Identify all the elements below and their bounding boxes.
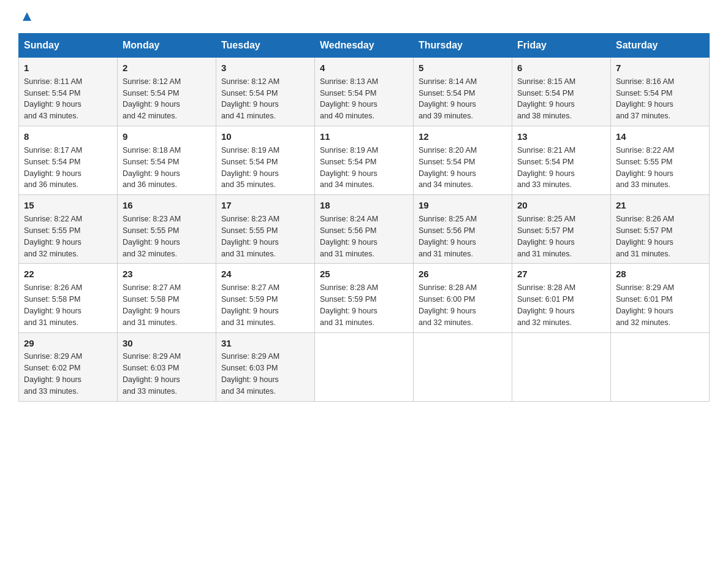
day-daylight-minutes: and 33 minutes. <box>517 180 572 189</box>
day-sunrise: Sunrise: 8:26 AM <box>616 215 674 223</box>
day-number: 19 <box>419 199 507 212</box>
calendar-cell: 6 Sunrise: 8:15 AM Sunset: 5:54 PM Dayli… <box>512 58 611 126</box>
day-sunset: Sunset: 5:54 PM <box>24 158 80 166</box>
day-sunset: Sunset: 5:54 PM <box>320 158 376 166</box>
calendar-cell <box>315 332 414 401</box>
day-sunrise: Sunrise: 8:28 AM <box>419 283 477 292</box>
day-daylight: Daylight: 9 hours <box>517 100 575 109</box>
calendar-cell: 29 Sunrise: 8:29 AM Sunset: 6:02 PM Dayl… <box>19 332 118 401</box>
day-sunrise: Sunrise: 8:17 AM <box>24 146 82 155</box>
calendar-cell: 8 Sunrise: 8:17 AM Sunset: 5:54 PM Dayli… <box>19 126 118 195</box>
day-sunrise: Sunrise: 8:27 AM <box>221 283 279 292</box>
day-daylight: Daylight: 9 hours <box>419 169 476 178</box>
day-daylight-minutes: and 31 minutes. <box>320 250 374 258</box>
day-daylight: Daylight: 9 hours <box>616 169 673 178</box>
day-sunset: Sunset: 5:54 PM <box>24 89 80 98</box>
day-sunrise: Sunrise: 8:12 AM <box>221 77 279 86</box>
day-daylight-minutes: and 32 minutes. <box>616 318 670 327</box>
header-saturday: Saturday <box>611 34 710 58</box>
calendar-cell: 31 Sunrise: 8:29 AM Sunset: 6:03 PM Dayl… <box>216 332 315 401</box>
day-sunrise: Sunrise: 8:19 AM <box>320 146 378 155</box>
calendar-cell: 1 Sunrise: 8:11 AM Sunset: 5:54 PM Dayli… <box>19 58 118 126</box>
day-daylight: Daylight: 9 hours <box>517 307 575 315</box>
day-daylight-minutes: and 36 minutes. <box>24 180 78 189</box>
day-sunset: Sunset: 5:54 PM <box>517 158 574 166</box>
calendar-cell: 7 Sunrise: 8:16 AM Sunset: 5:54 PM Dayli… <box>611 58 710 126</box>
day-sunset: Sunset: 5:54 PM <box>221 158 278 166</box>
day-sunset: Sunset: 5:54 PM <box>616 89 672 98</box>
day-daylight: Daylight: 9 hours <box>221 238 279 247</box>
calendar-cell: 5 Sunrise: 8:14 AM Sunset: 5:54 PM Dayli… <box>414 58 512 126</box>
day-number: 3 <box>221 61 309 75</box>
calendar-cell: 12 Sunrise: 8:20 AM Sunset: 5:54 PM Dayl… <box>414 126 512 195</box>
calendar-week-row: 15 Sunrise: 8:22 AM Sunset: 5:55 PM Dayl… <box>19 195 710 264</box>
day-number: 21 <box>616 199 704 212</box>
calendar-cell: 11 Sunrise: 8:19 AM Sunset: 5:54 PM Dayl… <box>315 126 414 195</box>
day-sunset: Sunset: 5:54 PM <box>419 158 475 166</box>
day-sunrise: Sunrise: 8:23 AM <box>123 215 181 223</box>
day-daylight: Daylight: 9 hours <box>320 238 377 247</box>
day-daylight-minutes: and 31 minutes. <box>221 318 276 327</box>
day-number: 28 <box>616 267 704 281</box>
calendar-cell: 18 Sunrise: 8:24 AM Sunset: 5:56 PM Dayl… <box>315 195 414 264</box>
day-daylight-minutes: and 31 minutes. <box>24 318 78 327</box>
calendar-cell <box>611 332 710 401</box>
day-daylight: Daylight: 9 hours <box>616 100 673 109</box>
day-daylight-minutes: and 31 minutes. <box>221 250 276 258</box>
calendar-cell: 17 Sunrise: 8:23 AM Sunset: 5:55 PM Dayl… <box>216 195 315 264</box>
calendar-cell: 2 Sunrise: 8:12 AM Sunset: 5:54 PM Dayli… <box>118 58 216 126</box>
calendar-cell: 3 Sunrise: 8:12 AM Sunset: 5:54 PM Dayli… <box>216 58 315 126</box>
day-sunset: Sunset: 5:54 PM <box>419 89 475 98</box>
day-sunset: Sunset: 5:58 PM <box>24 295 80 304</box>
day-daylight: Daylight: 9 hours <box>221 100 279 109</box>
day-sunrise: Sunrise: 8:28 AM <box>517 283 575 292</box>
day-sunset: Sunset: 5:54 PM <box>123 89 179 98</box>
day-number: 20 <box>517 199 605 212</box>
day-number: 13 <box>517 130 605 144</box>
day-number: 27 <box>517 267 605 281</box>
day-number: 23 <box>123 267 211 281</box>
header-tuesday: Tuesday <box>216 34 315 58</box>
logo-triangle-icon <box>20 10 34 23</box>
calendar-cell: 19 Sunrise: 8:25 AM Sunset: 5:56 PM Dayl… <box>414 195 512 264</box>
day-sunrise: Sunrise: 8:29 AM <box>221 352 279 361</box>
day-sunset: Sunset: 6:00 PM <box>419 295 475 304</box>
day-sunrise: Sunrise: 8:24 AM <box>320 215 378 223</box>
day-daylight: Daylight: 9 hours <box>24 238 82 247</box>
day-number: 5 <box>419 61 507 75</box>
day-daylight: Daylight: 9 hours <box>221 375 279 384</box>
day-sunset: Sunset: 5:59 PM <box>320 295 376 304</box>
day-sunset: Sunset: 6:02 PM <box>24 364 80 372</box>
day-sunrise: Sunrise: 8:14 AM <box>419 77 477 86</box>
calendar-cell: 24 Sunrise: 8:27 AM Sunset: 5:59 PM Dayl… <box>216 264 315 332</box>
day-sunset: Sunset: 6:03 PM <box>221 364 278 372</box>
header-wednesday: Wednesday <box>315 34 414 58</box>
day-daylight: Daylight: 9 hours <box>517 169 575 178</box>
day-daylight: Daylight: 9 hours <box>24 169 82 178</box>
day-sunrise: Sunrise: 8:25 AM <box>517 215 575 223</box>
day-sunrise: Sunrise: 8:15 AM <box>517 77 575 86</box>
header-sunday: Sunday <box>19 34 118 58</box>
day-sunrise: Sunrise: 8:29 AM <box>616 283 674 292</box>
day-sunrise: Sunrise: 8:16 AM <box>616 77 674 86</box>
calendar-cell: 21 Sunrise: 8:26 AM Sunset: 5:57 PM Dayl… <box>611 195 710 264</box>
day-daylight: Daylight: 9 hours <box>517 238 575 247</box>
day-sunset: Sunset: 5:57 PM <box>517 226 574 235</box>
day-number: 7 <box>616 61 704 75</box>
day-sunset: Sunset: 5:56 PM <box>419 226 475 235</box>
calendar-cell: 14 Sunrise: 8:22 AM Sunset: 5:55 PM Dayl… <box>611 126 710 195</box>
calendar-header-row: SundayMondayTuesdayWednesdayThursdayFrid… <box>19 34 710 58</box>
day-daylight-minutes: and 39 minutes. <box>419 112 473 120</box>
day-daylight-minutes: and 31 minutes. <box>320 318 374 327</box>
day-sunrise: Sunrise: 8:29 AM <box>123 352 181 361</box>
day-number: 1 <box>24 61 112 75</box>
day-sunrise: Sunrise: 8:26 AM <box>24 283 82 292</box>
day-daylight: Daylight: 9 hours <box>123 375 180 384</box>
day-sunset: Sunset: 5:56 PM <box>320 226 376 235</box>
day-number: 16 <box>123 199 211 212</box>
calendar-cell: 9 Sunrise: 8:18 AM Sunset: 5:54 PM Dayli… <box>118 126 216 195</box>
calendar-week-row: 22 Sunrise: 8:26 AM Sunset: 5:58 PM Dayl… <box>19 264 710 332</box>
day-sunrise: Sunrise: 8:23 AM <box>221 215 279 223</box>
day-number: 24 <box>221 267 309 281</box>
day-sunset: Sunset: 5:54 PM <box>517 89 574 98</box>
